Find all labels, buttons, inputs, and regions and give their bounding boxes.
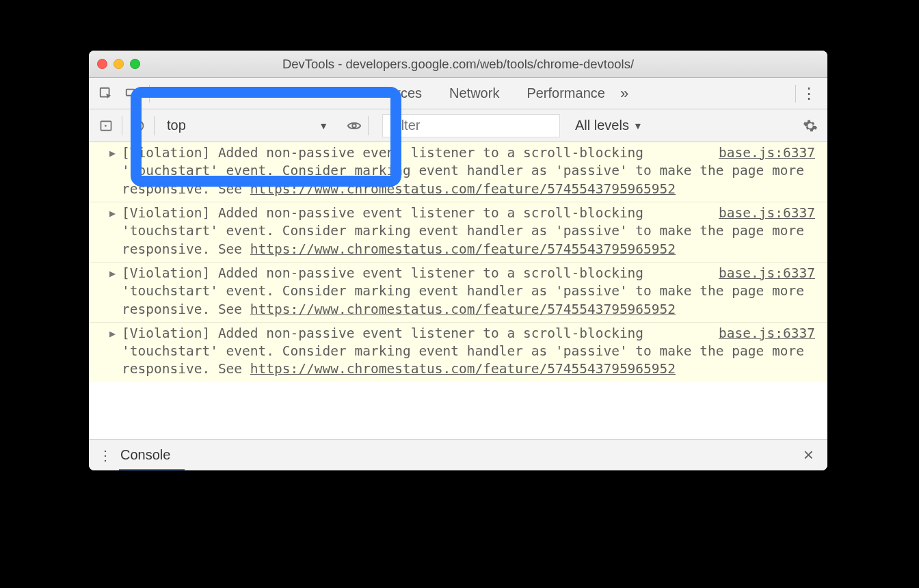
log-levels-dropdown[interactable]: All levels ▼ xyxy=(575,118,643,133)
message-link[interactable]: https://www.chromestatus.com/feature/574… xyxy=(250,302,676,317)
toggle-sidebar-icon[interactable] xyxy=(94,114,118,137)
console-message[interactable]: ▶base.js:6337[Violation] Added non-passi… xyxy=(89,323,827,382)
inspect-element-icon[interactable] xyxy=(94,82,118,105)
device-toolbar-icon[interactable] xyxy=(120,82,144,105)
tab-sources[interactable]: ources xyxy=(155,78,434,109)
chevron-down-icon: ▼ xyxy=(633,120,643,131)
divider xyxy=(368,116,369,135)
svg-rect-2 xyxy=(133,91,137,98)
titlebar: DevTools - developers.google.com/web/too… xyxy=(89,51,827,78)
divider xyxy=(122,116,122,135)
minimize-window-button[interactable] xyxy=(114,59,124,69)
log-levels-label: All levels xyxy=(575,118,629,133)
drawer-more-icon[interactable]: ⋮ xyxy=(96,447,115,464)
traffic-lights xyxy=(97,59,140,69)
context-label: top xyxy=(167,118,186,133)
maximize-window-button[interactable] xyxy=(130,59,140,69)
tab-performance[interactable]: Performance xyxy=(514,78,617,109)
console-toolbar: top ▼ All levels ▼ xyxy=(89,109,827,142)
close-drawer-icon[interactable]: × xyxy=(803,444,821,466)
message-source-link[interactable]: base.js:6337 xyxy=(719,265,815,282)
close-window-button[interactable] xyxy=(97,59,107,69)
message-source-link[interactable]: base.js:6337 xyxy=(719,204,815,222)
devtools-window: DevTools - developers.google.com/web/too… xyxy=(89,51,827,470)
console-message[interactable]: ▶base.js:6337[Violation] Added non-passi… xyxy=(89,263,827,323)
live-expression-icon[interactable] xyxy=(345,118,364,133)
panel-tabs: ources Network Performance » ⋮ xyxy=(89,78,827,109)
window-title: DevTools - developers.google.com/web/too… xyxy=(89,57,827,72)
message-link[interactable]: https://www.chromestatus.com/feature/574… xyxy=(250,361,676,377)
expand-arrow-icon[interactable]: ▶ xyxy=(109,327,116,340)
tabs-overflow-button[interactable]: » xyxy=(620,85,628,103)
expand-arrow-icon[interactable]: ▶ xyxy=(109,146,116,160)
message-source-link[interactable]: base.js:6337 xyxy=(719,144,815,162)
expand-arrow-icon[interactable]: ▶ xyxy=(109,206,116,220)
tab-network[interactable]: Network xyxy=(437,78,511,109)
message-source-link[interactable]: base.js:6337 xyxy=(719,325,815,343)
console-messages[interactable]: ▶base.js:6337[Violation] Added non-passi… xyxy=(89,142,827,439)
console-message[interactable]: ▶base.js:6337[Violation] Added non-passi… xyxy=(89,142,827,202)
svg-line-5 xyxy=(135,122,142,129)
console-message[interactable]: ▶base.js:6337[Violation] Added non-passi… xyxy=(89,202,827,263)
drawer: ⋮ Console × xyxy=(89,439,827,470)
filter-input[interactable] xyxy=(382,114,560,137)
more-options-icon[interactable]: ⋮ xyxy=(801,85,816,103)
chevron-down-icon: ▼ xyxy=(319,120,328,131)
context-dropdown[interactable]: top ▼ xyxy=(159,115,336,137)
clear-console-icon[interactable] xyxy=(126,114,150,137)
drawer-tab-console[interactable]: Console xyxy=(120,447,170,463)
message-link[interactable]: https://www.chromestatus.com/feature/574… xyxy=(250,241,676,257)
console-settings-icon[interactable] xyxy=(799,114,822,137)
message-link[interactable]: https://www.chromestatus.com/feature/574… xyxy=(250,181,676,197)
expand-arrow-icon[interactable]: ▶ xyxy=(109,267,116,280)
divider xyxy=(154,116,155,135)
divider xyxy=(149,85,150,103)
svg-point-6 xyxy=(352,124,356,128)
divider xyxy=(795,85,796,103)
